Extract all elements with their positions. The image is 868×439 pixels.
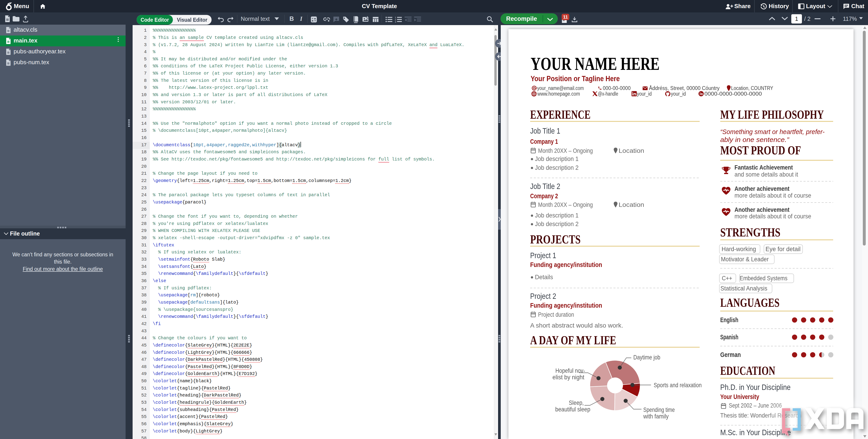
svg-text:3: 3 [395,21,396,23]
